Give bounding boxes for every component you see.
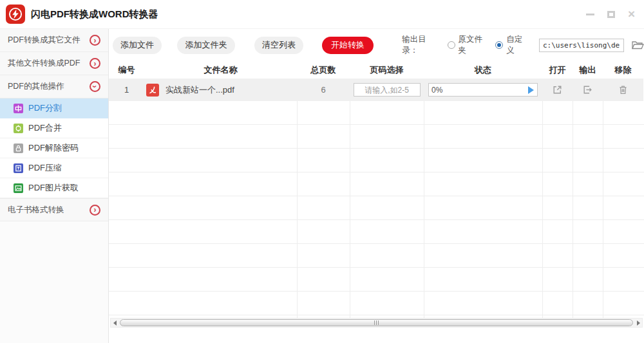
col-header-pages: 总页数: [297, 64, 350, 76]
table-row: 1 实战新站一个...pdf 6 0%: [109, 79, 643, 101]
grid-vline: [424, 101, 424, 318]
page-select-cell: [350, 83, 424, 97]
col-header-status: 状态: [424, 64, 542, 76]
col-header-page-select: 页码选择: [350, 64, 424, 76]
chevron-right-icon: ›: [90, 205, 100, 216]
output-file-button[interactable]: [582, 84, 593, 95]
grid-vline: [603, 101, 603, 318]
pdf-file-icon: [146, 84, 159, 97]
main-panel: 添加文件 添加文件夹 清空列表 开始转换 输出目录： 原文件夹 自定义: [109, 29, 644, 343]
col-header-no: 编号: [109, 64, 144, 76]
sidebar-group-pdf-other-ops[interactable]: PDF的其他操作 ›: [0, 75, 108, 98]
scroll-left-arrow[interactable]: [111, 319, 118, 327]
output-directory-label: 输出目录：: [402, 34, 440, 56]
export-icon: [582, 88, 593, 97]
radio-original-folder[interactable]: 原文件夹: [448, 34, 489, 56]
add-folder-button[interactable]: 添加文件夹: [177, 37, 235, 54]
col-header-remove: 移除: [603, 64, 643, 76]
sidebar-item-label: PDF压缩: [28, 162, 62, 174]
row-number: 1: [109, 85, 144, 95]
pdf-unlock-icon: [14, 144, 23, 153]
radio-unchecked-icon: [448, 41, 455, 49]
window-title: 闪电PDF转换成WORD转换器: [31, 8, 158, 21]
output-directory-section: 输出目录： 原文件夹 自定义: [402, 34, 644, 56]
clear-list-button[interactable]: 清空列表: [254, 37, 303, 54]
radio-label: 自定义: [506, 34, 529, 56]
maximize-icon[interactable]: [607, 11, 615, 18]
toolbar: 添加文件 添加文件夹 清空列表 开始转换 输出目录： 原文件夹 自定义: [109, 29, 644, 61]
group-label: 其他文件转换成PDF: [8, 58, 90, 69]
trash-icon: [618, 88, 629, 97]
page-select-input[interactable]: [354, 83, 421, 97]
chevron-down-icon: ›: [90, 81, 100, 92]
play-icon[interactable]: [528, 86, 534, 94]
sidebar: PDF转换成其它文件 › 其他文件转换成PDF › PDF的其他操作 › PDF…: [0, 29, 109, 343]
sidebar-item-pdf-unlock[interactable]: PDF解除密码: [0, 138, 108, 158]
col-header-open: 打开: [542, 64, 573, 76]
progress-bar: 0%: [428, 83, 538, 97]
pdf-split-icon: [14, 104, 23, 113]
add-file-button[interactable]: 添加文件: [113, 37, 162, 54]
grid-vline: [297, 101, 298, 318]
sidebar-group-other-to-pdf[interactable]: 其他文件转换成PDF ›: [0, 52, 108, 75]
output-path-input[interactable]: [539, 39, 624, 52]
col-header-filename: 文件名称: [144, 64, 297, 76]
browse-folder-button[interactable]: [631, 40, 644, 50]
sidebar-group-pdf-to-other[interactable]: PDF转换成其它文件 ›: [0, 29, 108, 52]
close-icon[interactable]: ×: [628, 10, 635, 18]
table-header: 编号 文件名称 总页数 页码选择 状态 打开 输出 移除: [109, 61, 643, 79]
right-triangle-icon: [637, 320, 640, 326]
file-cell: 实战新站一个...pdf: [144, 84, 297, 97]
horizontal-scrollbar: [110, 318, 643, 328]
grid-vline: [573, 101, 573, 318]
total-pages: 6: [297, 85, 350, 95]
pdf-compress-icon: [14, 163, 23, 173]
sidebar-item-label: PDF解除密码: [28, 142, 79, 154]
sidebar-item-label: PDF分割: [28, 102, 62, 114]
sidebar-item-pdf-merge[interactable]: PDF合并: [0, 118, 108, 138]
radio-label: 原文件夹: [459, 34, 489, 56]
left-triangle-icon: [113, 320, 117, 326]
titlebar: 闪电PDF转换成WORD转换器 ×: [0, 0, 644, 29]
scroll-right-arrow[interactable]: [634, 319, 642, 327]
empty-file-list-grid: [109, 101, 644, 318]
scrollbar-grip-icon: [374, 320, 379, 325]
folder-icon: [631, 42, 644, 52]
chevron-right-icon: ›: [90, 35, 100, 46]
external-link-icon: [552, 88, 563, 97]
pdf-merge-icon: [14, 124, 23, 133]
grid-vline: [350, 101, 350, 318]
sidebar-item-pdf-compress[interactable]: PDF压缩: [0, 158, 108, 178]
status-cell: 0%: [424, 83, 542, 97]
radio-custom-folder[interactable]: 自定义: [495, 34, 529, 56]
group-label: PDF的其他操作: [8, 81, 90, 92]
group-label: PDF转换成其它文件: [8, 35, 90, 46]
minimize-icon[interactable]: [586, 14, 594, 15]
pdf-image-icon: [14, 183, 23, 193]
open-file-button[interactable]: [552, 84, 563, 95]
sidebar-item-pdf-split[interactable]: PDF分割: [0, 98, 108, 118]
remove-file-button[interactable]: [618, 84, 629, 95]
window-controls: ×: [586, 10, 644, 18]
sidebar-item-label: PDF图片获取: [28, 182, 79, 194]
sidebar-group-ebook-convert[interactable]: 电子书格式转换 ›: [0, 198, 108, 221]
radio-checked-icon: [495, 41, 503, 49]
start-convert-button[interactable]: 开始转换: [322, 37, 374, 54]
scrollbar-thumb[interactable]: [120, 319, 633, 326]
app-window: 闪电PDF转换成WORD转换器 × PDF转换成其它文件 › 其他文件转换成PD…: [0, 0, 644, 343]
col-header-output: 输出: [573, 64, 603, 76]
group-label: 电子书格式转换: [8, 205, 90, 216]
chevron-right-icon: ›: [90, 58, 100, 69]
sidebar-item-label: PDF合并: [28, 122, 62, 134]
grid-vline: [542, 101, 543, 318]
app-logo-icon: [6, 5, 25, 24]
progress-value: 0%: [431, 86, 442, 95]
file-name: 实战新站一个...pdf: [166, 84, 234, 96]
sidebar-item-pdf-image-extract[interactable]: PDF图片获取: [0, 178, 108, 198]
